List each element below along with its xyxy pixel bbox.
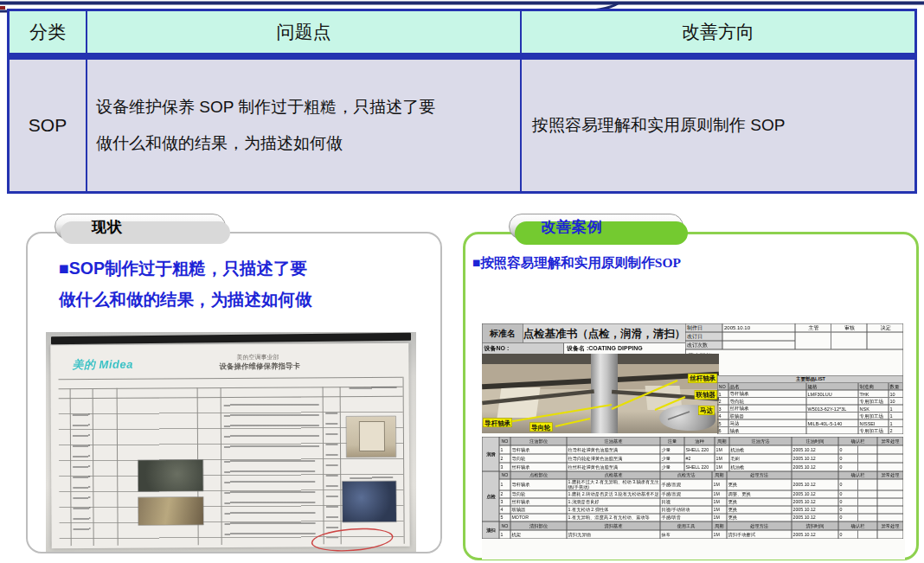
col-header: 清扫部位 xyxy=(510,521,567,530)
cell xyxy=(877,445,903,454)
cell: 2005.10.12 xyxy=(792,479,838,490)
cell: 2005.10.12 xyxy=(792,454,838,463)
old-sop-photo: 美的 Midea 美的空调事业部 设备操作维修保养指导卡 xyxy=(46,332,416,552)
cell: 毛刷 xyxy=(729,454,792,463)
doc-title: 点检基准书（点检，润滑，清扫） xyxy=(523,323,686,343)
tab-improvement-case-label: 改善案例 xyxy=(541,217,603,237)
col-header: 周期 xyxy=(715,437,729,445)
callout-label: 导杆轴承 xyxy=(483,418,512,427)
lubrication-table: 润滑 NO 注油部位 注油基准 注量 油种 周期 注油方法 注油时间 确认栏 异… xyxy=(482,437,903,471)
cell: 往丝杆处灌黄色油脂至满 xyxy=(567,463,660,471)
midea-logo: 美的 Midea xyxy=(72,357,133,373)
cell: 马达 xyxy=(728,419,806,427)
current-state-heading: ■SOP制作过于粗糙，只描述了要 做什么和做的结果，为描述如何做 xyxy=(59,253,422,315)
callout-label: 丝杆轴承 xyxy=(688,374,717,383)
cell: 0 xyxy=(838,490,858,498)
cell: 1.有无松动 2.弹性体 xyxy=(567,506,660,514)
cell: 专用加工场 xyxy=(858,413,889,420)
cell: 3 xyxy=(499,498,510,506)
thumb-photo-3-detail xyxy=(359,421,385,451)
callout-label: 导向轮 xyxy=(529,422,553,432)
cell: 往导杆处灌黄色油脂至满 xyxy=(567,445,660,454)
cell: 1 xyxy=(499,479,510,490)
cell: 联轴器 xyxy=(728,413,806,420)
parts-header: 制造商 xyxy=(858,383,889,391)
cell: 3 xyxy=(499,463,510,471)
parts-title: 主要部品LIST xyxy=(717,375,903,383)
cell xyxy=(858,479,878,490)
cell xyxy=(858,530,878,539)
cell: 更换 xyxy=(727,506,792,514)
cell: 2 xyxy=(499,454,510,463)
cell: 1.磨耗 2.转动是否灵活 3.轮有无松动基准不足 xyxy=(567,490,660,498)
table-divider xyxy=(10,54,914,58)
tab-current-state-label: 现状 xyxy=(92,217,123,237)
text-smudge xyxy=(73,410,91,535)
cell: 更换 xyxy=(727,479,792,490)
cell: W5013-62Y-12*3L xyxy=(806,405,858,413)
cell: 1 xyxy=(889,419,903,427)
cell: 0 xyxy=(838,454,858,463)
text-smudge xyxy=(224,456,316,539)
cell xyxy=(877,506,903,514)
cell: 导向轮 xyxy=(510,454,567,463)
grid-line xyxy=(59,377,403,380)
made-value: 2005.10.10 xyxy=(722,323,795,332)
thumb-photo-4 xyxy=(342,481,396,522)
cell: 轴承 xyxy=(728,427,806,435)
col-header: NO xyxy=(499,471,510,479)
cell: 1.润滑是否良好 xyxy=(567,498,660,506)
cell: 导向轮 xyxy=(510,490,567,498)
parts-list-table: 主要部品LIST NO 品名 规格 制造商 数量 1 导杆轴承 LMF30LUU… xyxy=(717,375,903,434)
parts-header: 规格 xyxy=(806,383,858,391)
cell: 机油枪 xyxy=(729,463,792,471)
tab-current-state: 现状 xyxy=(55,214,226,240)
header-improvement: 改善方向 xyxy=(522,11,914,53)
cell: 4 xyxy=(499,506,510,514)
col-header: 确认栏 xyxy=(838,437,877,445)
old-doc-subtitle: 美的空调事业部 xyxy=(236,354,279,361)
cell: 抹布 xyxy=(660,530,712,539)
grid-line xyxy=(403,377,405,544)
old-doc-title: 设备操作维修保养指导卡 xyxy=(219,361,300,372)
cell: 2005.10.12 xyxy=(792,530,838,539)
callout-label: 马达 xyxy=(698,406,715,415)
cell: 10 xyxy=(889,390,903,398)
cell: NSK xyxy=(858,405,889,413)
cell xyxy=(877,530,903,539)
cell xyxy=(877,454,903,463)
cell: THK xyxy=(858,390,889,398)
section-label: 润滑 xyxy=(482,437,499,471)
cell: 少量 xyxy=(660,463,684,471)
cell xyxy=(858,445,878,454)
cell: 0 xyxy=(838,498,858,506)
cell: 清扫无异物 xyxy=(567,530,660,539)
cell xyxy=(877,490,903,498)
cell: 丝杆轴承 xyxy=(510,463,567,471)
sign-col-3: 决定 xyxy=(867,323,903,332)
cell: 0 xyxy=(838,530,858,539)
cell: 3 xyxy=(717,405,728,413)
cell: LMF30LUU xyxy=(806,390,858,398)
cell: 1 xyxy=(717,390,728,398)
cell: 目视 xyxy=(660,498,712,506)
cell xyxy=(877,514,903,521)
cell: #2 xyxy=(684,454,715,463)
cell: 手感/听音 xyxy=(660,514,712,521)
new-sop-document: 标准名 点检基准书（点检，润滑，清扫） 设备NO : 设备名 :COATING … xyxy=(482,323,905,560)
cell: 5 xyxy=(717,419,728,427)
cell: 专用加工场 xyxy=(858,398,889,406)
cell xyxy=(877,479,903,490)
cell: 专用加工场 xyxy=(858,427,889,435)
col-header: 异常处理 xyxy=(877,471,903,479)
text-smudge xyxy=(350,473,393,479)
col-header: 注油部位 xyxy=(510,437,567,445)
cell: 丝杆轴承 xyxy=(728,405,806,413)
cell: 2005.10.12 xyxy=(792,463,838,471)
cell: 1 xyxy=(889,405,903,413)
text-smudge xyxy=(325,408,338,538)
col-header: 注油方法 xyxy=(729,437,792,445)
col-header: 注量 xyxy=(660,437,684,445)
cell-improvement: 按照容易理解和实用原则制作 SOP xyxy=(522,60,914,191)
sign-col-1: 主管 xyxy=(795,323,831,332)
